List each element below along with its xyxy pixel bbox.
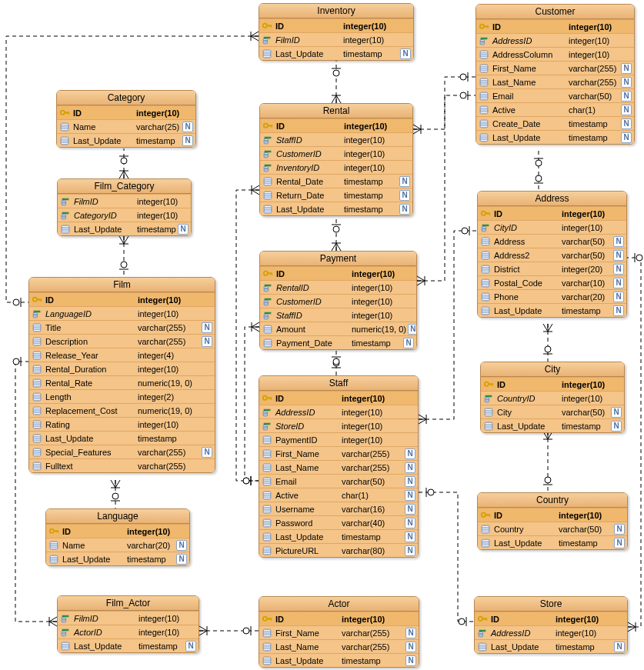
fk-icon bbox=[32, 308, 42, 319]
column-icon bbox=[262, 504, 272, 515]
entity-customer[interactable]: CustomerIDinteger(10)NAddressIDinteger(1… bbox=[475, 4, 635, 145]
column-type: timestamp bbox=[339, 532, 403, 542]
column-icon bbox=[480, 292, 491, 302]
column-type: integer(10) bbox=[339, 615, 404, 624]
column-icon bbox=[262, 190, 273, 201]
column-row: RentalIDinteger(10)N bbox=[260, 280, 416, 294]
svg-line-9 bbox=[119, 236, 124, 244]
nullable-flag: N bbox=[613, 236, 624, 247]
svg-line-93 bbox=[199, 631, 207, 635]
column-icon bbox=[262, 204, 273, 215]
column-row: Namevarchar(25)N bbox=[57, 119, 195, 133]
column-icon bbox=[32, 447, 42, 458]
column-name: Create_Date bbox=[491, 119, 564, 128]
svg-point-33 bbox=[333, 358, 339, 365]
svg-point-45 bbox=[460, 92, 466, 98]
column-type: varchar(80) bbox=[339, 546, 403, 555]
entity-category[interactable]: CategoryIDinteger(10)NNamevarchar(25)NLa… bbox=[56, 90, 196, 148]
column-row: StaffIDinteger(10)N bbox=[260, 308, 416, 322]
column-type: varchar(255) bbox=[135, 462, 200, 471]
entity-actor[interactable]: ActorIDinteger(10)NFirst_Namevarchar(255… bbox=[259, 596, 419, 668]
column-name: PaymentID bbox=[274, 435, 337, 445]
nullable-flag: N bbox=[405, 532, 415, 542]
fk-icon bbox=[262, 310, 273, 321]
column-icon bbox=[480, 278, 491, 288]
column-row: Cityvarchar(50)N bbox=[481, 405, 624, 418]
column-type: varchar(20) bbox=[124, 541, 175, 550]
column-name: AddressID bbox=[274, 408, 337, 417]
entity-staff[interactable]: StaffIDinteger(10)NAddressIDinteger(10)N… bbox=[259, 375, 419, 558]
column-row: IDinteger(10)N bbox=[476, 19, 634, 33]
column-row: IDinteger(10)N bbox=[46, 524, 189, 538]
column-type: integer(10) bbox=[559, 394, 609, 403]
entity-language[interactable]: LanguageIDinteger(10)NNamevarchar(20)NLa… bbox=[45, 508, 190, 566]
column-type: integer(10) bbox=[340, 22, 399, 31]
column-row: IDinteger(10)N bbox=[29, 292, 215, 306]
entity-film[interactable]: FilmIDinteger(10)NLanguageIDinteger(10)N… bbox=[28, 277, 215, 473]
column-row: Return_DatetimestampN bbox=[260, 188, 412, 202]
column-type: varchar(255) bbox=[339, 449, 403, 458]
entity-country[interactable]: CountryIDinteger(10)NCountryvarchar(50)N… bbox=[477, 492, 628, 550]
svg-line-69 bbox=[252, 190, 259, 195]
column-row: Amountnumeric(19, 0)N bbox=[260, 322, 416, 335]
column-name: District bbox=[492, 265, 557, 274]
column-type: timestamp bbox=[566, 119, 619, 128]
svg-point-85 bbox=[636, 255, 642, 261]
entity-store[interactable]: StoreIDinteger(10)NAddressIDinteger(10)N… bbox=[474, 596, 628, 654]
column-type: integer(10) bbox=[566, 36, 619, 45]
column-name: FilmID bbox=[72, 614, 134, 623]
column-name: Last_Name bbox=[274, 463, 337, 472]
column-type: integer(10) bbox=[340, 35, 399, 45]
fk-icon bbox=[477, 628, 488, 638]
column-icon bbox=[32, 378, 42, 388]
entity-film_category[interactable]: Film_CategoryFilmIDinteger(10)NCategoryI… bbox=[57, 178, 192, 236]
column-row: InventoryIDinteger(10)N bbox=[260, 160, 412, 174]
nullable-flag: N bbox=[405, 642, 416, 652]
column-type: integer(10) bbox=[124, 527, 175, 536]
entity-film_actor[interactable]: Film_ActorFilmIDinteger(10)NActorIDinteg… bbox=[57, 595, 199, 653]
entity-inventory[interactable]: InventoryIDinteger(10)NFilmIDinteger(10)… bbox=[259, 3, 414, 61]
column-name: FilmID bbox=[72, 197, 132, 206]
column-type: integer(2) bbox=[135, 392, 200, 402]
nullable-flag: N bbox=[400, 48, 411, 59]
column-row: Release_Yearinteger(4)N bbox=[29, 348, 215, 362]
column-type: integer(10) bbox=[552, 628, 612, 638]
column-row: IDinteger(10)N bbox=[259, 612, 419, 625]
entity-address[interactable]: AddressIDinteger(10)NCityIDinteger(10)NA… bbox=[477, 191, 627, 318]
column-name: First_Name bbox=[274, 449, 337, 458]
column-row: AddressIDinteger(10)N bbox=[259, 405, 418, 418]
nullable-flag: N bbox=[613, 278, 624, 288]
column-type: varchar(20) bbox=[559, 292, 612, 302]
column-icon bbox=[48, 554, 59, 565]
entity-city[interactable]: CityIDinteger(10)NCountryIDinteger(10)NC… bbox=[480, 362, 625, 433]
svg-line-37 bbox=[413, 129, 421, 134]
column-name: Country bbox=[492, 525, 554, 534]
column-row: Titlevarchar(255)N bbox=[29, 320, 215, 334]
column-type: varchar(255) bbox=[135, 337, 200, 346]
column-name: ID bbox=[492, 511, 554, 520]
column-name: Username bbox=[274, 505, 337, 514]
column-type: varchar(255) bbox=[566, 78, 619, 87]
column-type: numeric(19, 0) bbox=[349, 325, 406, 334]
nullable-flag: N bbox=[405, 545, 415, 556]
entity-rental[interactable]: RentalIDinteger(10)NStaffIDinteger(10)NC… bbox=[259, 103, 413, 216]
column-row: CategoryIDinteger(10)N bbox=[58, 208, 191, 222]
column-icon bbox=[60, 641, 71, 652]
column-name: Phone bbox=[492, 292, 557, 302]
column-row: AddressColumninteger(10)N bbox=[476, 47, 634, 61]
column-name: ID bbox=[274, 394, 337, 403]
column-row: LanguageIDinteger(10)N bbox=[29, 306, 215, 320]
key-icon bbox=[480, 510, 491, 521]
nullable-flag: N bbox=[611, 421, 622, 432]
column-name: CustomerID bbox=[275, 297, 347, 306]
entity-title: Inventory bbox=[259, 4, 413, 18]
fk-icon bbox=[262, 421, 272, 432]
column-type: varchar(16) bbox=[339, 505, 403, 514]
column-row: Last_UpdatetimestampN bbox=[260, 202, 412, 215]
column-icon bbox=[480, 305, 491, 316]
column-name: Last_Update bbox=[492, 306, 557, 315]
column-type: varchar(255) bbox=[339, 642, 404, 652]
entity-payment[interactable]: PaymentIDinteger(10)NRentalIDinteger(10)… bbox=[259, 251, 417, 350]
column-icon bbox=[262, 642, 272, 652]
column-type: timestamp bbox=[339, 656, 404, 665]
